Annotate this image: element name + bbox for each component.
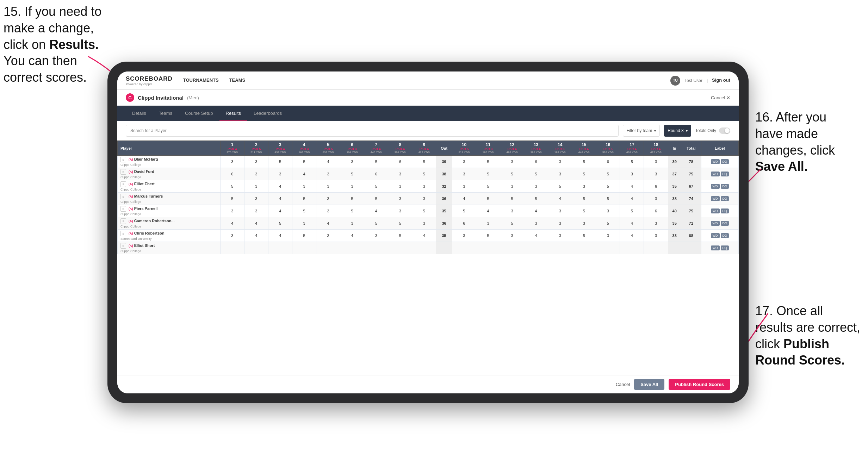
score-hole-17[interactable]: 3: [620, 168, 644, 180]
score-hole-18[interactable]: 6: [644, 180, 668, 193]
score-hole-6[interactable]: 3: [340, 180, 364, 193]
score-hole-4[interactable]: 5: [292, 193, 316, 205]
score-hole-3[interactable]: 4: [268, 180, 292, 193]
score-hole-18[interactable]: 3: [644, 168, 668, 180]
dq-button[interactable]: DQ: [721, 233, 729, 238]
score-hole-15[interactable]: 3: [572, 180, 596, 193]
nav-tournaments[interactable]: TOURNAMENTS: [183, 76, 219, 85]
tab-course-setup[interactable]: Course Setup: [179, 106, 219, 121]
tournament-cancel-button[interactable]: Cancel ✕: [711, 95, 730, 100]
dq-button[interactable]: DQ: [721, 196, 729, 201]
wd-button[interactable]: WD: [711, 221, 720, 226]
score-hole-11[interactable]: [476, 242, 500, 254]
nav-teams[interactable]: TEAMS: [229, 76, 246, 85]
score-hole-7[interactable]: 5: [364, 193, 388, 205]
score-hole-15[interactable]: 3: [572, 217, 596, 230]
score-hole-8[interactable]: [388, 242, 412, 254]
score-hole-2[interactable]: 3: [244, 205, 268, 217]
score-hole-14[interactable]: 5: [548, 180, 572, 193]
save-all-button[interactable]: Save All: [634, 379, 664, 390]
score-hole-9[interactable]: 5: [412, 205, 436, 217]
score-hole-6[interactable]: 4: [340, 230, 364, 242]
cancel-button[interactable]: Cancel: [616, 382, 630, 387]
score-hole-7[interactable]: [364, 242, 388, 254]
score-hole-8[interactable]: 3: [388, 168, 412, 180]
score-hole-13[interactable]: 5: [524, 193, 548, 205]
score-hole-9[interactable]: 3: [412, 217, 436, 230]
wd-button[interactable]: WD: [711, 233, 720, 238]
score-hole-5[interactable]: 3: [316, 168, 340, 180]
score-hole-16[interactable]: [596, 242, 620, 254]
score-hole-6[interactable]: [340, 242, 364, 254]
score-hole-13[interactable]: 3: [524, 180, 548, 193]
score-hole-1[interactable]: [220, 242, 244, 254]
score-hole-16[interactable]: 3: [596, 205, 620, 217]
score-hole-14[interactable]: 3: [548, 230, 572, 242]
score-hole-15[interactable]: 5: [572, 230, 596, 242]
score-hole-11[interactable]: 5: [476, 156, 500, 168]
score-hole-1[interactable]: 4: [220, 217, 244, 230]
publish-round-scores-button[interactable]: Publish Round Scores: [669, 379, 730, 390]
score-hole-4[interactable]: 3: [292, 180, 316, 193]
score-hole-12[interactable]: [500, 242, 524, 254]
score-hole-1[interactable]: 3: [220, 205, 244, 217]
score-hole-12[interactable]: 5: [500, 217, 524, 230]
score-hole-10[interactable]: 4: [452, 193, 476, 205]
score-hole-17[interactable]: 5: [620, 205, 644, 217]
score-hole-6[interactable]: 3: [340, 217, 364, 230]
score-hole-14[interactable]: [548, 242, 572, 254]
score-hole-16[interactable]: 5: [596, 217, 620, 230]
score-hole-18[interactable]: 3: [644, 193, 668, 205]
score-hole-4[interactable]: [292, 242, 316, 254]
wd-button[interactable]: WD: [711, 245, 720, 250]
score-hole-14[interactable]: 3: [548, 156, 572, 168]
score-hole-6[interactable]: 5: [340, 193, 364, 205]
dq-button[interactable]: DQ: [721, 159, 729, 164]
score-hole-1[interactable]: 5: [220, 180, 244, 193]
dq-button[interactable]: DQ: [721, 184, 729, 189]
score-hole-5[interactable]: 3: [316, 205, 340, 217]
score-hole-6[interactable]: 5: [340, 168, 364, 180]
score-hole-18[interactable]: 3: [644, 156, 668, 168]
score-hole-3[interactable]: 4: [268, 230, 292, 242]
wd-button[interactable]: WD: [711, 184, 720, 189]
score-hole-17[interactable]: 4: [620, 230, 644, 242]
tab-teams[interactable]: Teams: [153, 106, 179, 121]
tab-leaderboards[interactable]: Leaderboards: [247, 106, 288, 121]
filter-by-team-dropdown[interactable]: Filter by team: [623, 125, 660, 137]
score-hole-10[interactable]: 6: [452, 217, 476, 230]
score-hole-7[interactable]: 5: [364, 156, 388, 168]
score-hole-7[interactable]: 3: [364, 230, 388, 242]
score-hole-2[interactable]: 4: [244, 230, 268, 242]
score-hole-17[interactable]: [620, 242, 644, 254]
score-hole-13[interactable]: 5: [524, 168, 548, 180]
score-hole-17[interactable]: 4: [620, 180, 644, 193]
score-hole-12[interactable]: 3: [500, 156, 524, 168]
score-hole-5[interactable]: [316, 242, 340, 254]
dq-button[interactable]: DQ: [721, 172, 729, 176]
score-hole-17[interactable]: 4: [620, 193, 644, 205]
score-hole-8[interactable]: 5: [388, 230, 412, 242]
score-hole-5[interactable]: 3: [316, 230, 340, 242]
score-hole-14[interactable]: 3: [548, 217, 572, 230]
score-hole-15[interactable]: [572, 242, 596, 254]
score-hole-10[interactable]: 3: [452, 180, 476, 193]
score-hole-12[interactable]: 3: [500, 230, 524, 242]
score-hole-10[interactable]: 3: [452, 230, 476, 242]
score-hole-4[interactable]: 5: [292, 230, 316, 242]
score-hole-4[interactable]: 5: [292, 156, 316, 168]
score-hole-18[interactable]: 6: [644, 205, 668, 217]
score-hole-2[interactable]: [244, 242, 268, 254]
score-hole-16[interactable]: 6: [596, 156, 620, 168]
score-hole-12[interactable]: 3: [500, 180, 524, 193]
score-hole-4[interactable]: 4: [292, 168, 316, 180]
score-hole-1[interactable]: 3: [220, 156, 244, 168]
score-hole-13[interactable]: 6: [524, 156, 548, 168]
score-hole-9[interactable]: 5: [412, 168, 436, 180]
score-hole-2[interactable]: 3: [244, 168, 268, 180]
score-hole-2[interactable]: 4: [244, 217, 268, 230]
score-hole-16[interactable]: 5: [596, 168, 620, 180]
score-hole-13[interactable]: 4: [524, 205, 548, 217]
score-hole-14[interactable]: 3: [548, 168, 572, 180]
wd-button[interactable]: WD: [711, 159, 720, 164]
